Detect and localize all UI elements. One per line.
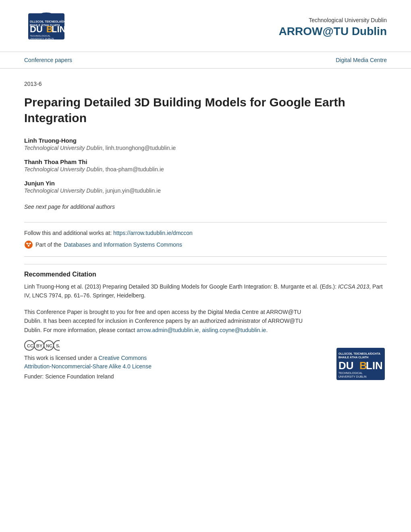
article-title: Preparing Detailed 3D Building Models fo… bbox=[24, 94, 387, 126]
authors-list: Linh Truong-Hong Technological Universit… bbox=[24, 137, 387, 194]
see-next-label: See next page for additional authors bbox=[24, 204, 387, 210]
svg-text:CC: CC bbox=[27, 343, 33, 348]
nav-bar: Conference papers Digital Media Centre bbox=[0, 52, 411, 69]
open-access-text: This Conference Paper is brought to you … bbox=[24, 308, 318, 335]
cc-license-badge: CC BY NC SA bbox=[24, 339, 60, 351]
author-1-email: linh.truonghong@tudublin.ie bbox=[106, 145, 176, 151]
recommended-citation: Linh Truong-Hong et al. (2013) Preparing… bbox=[24, 282, 387, 300]
license-prefix: This work is licensed under a bbox=[24, 355, 98, 361]
institution-logo: DU D OLLSCOIL TEICNEOLAÍOCHTA BHAILE ÁTH… bbox=[24, 11, 73, 44]
footer-area: This Conference Paper is brought to you … bbox=[24, 308, 387, 384]
arrow-brand: ARROW@TU Dublin bbox=[279, 25, 387, 38]
header-right: Technological University Dublin ARROW@TU… bbox=[279, 17, 387, 38]
svg-text:DU: DU bbox=[338, 360, 354, 372]
svg-text:NC: NC bbox=[46, 343, 52, 348]
author-2-name: Thanh Thoa Pham Thi bbox=[24, 158, 387, 165]
follow-url-link[interactable]: https://arrow.tudublin.ie/dmccon bbox=[113, 230, 193, 236]
recommended-heading: Recommended Citation bbox=[24, 271, 387, 278]
svg-text:TECHNOLOGICAL: TECHNOLOGICAL bbox=[30, 35, 51, 37]
svg-text:BHAILE ÁTHA CLIATH: BHAILE ÁTHA CLIATH bbox=[338, 355, 368, 359]
divider-2 bbox=[24, 256, 387, 257]
conference-papers-link[interactable]: Conference papers bbox=[24, 57, 72, 63]
svg-text:BY: BY bbox=[36, 343, 43, 348]
svg-text:UNIVERSITY DUBLIN: UNIVERSITY DUBLIN bbox=[338, 375, 367, 378]
footer-tu-dublin-logo: OLLSCOIL TEICNEOLAÍOCHTA BHAILE ÁTHA CLI… bbox=[334, 346, 387, 382]
divider-1 bbox=[24, 222, 387, 222]
contact-email-1[interactable]: arrow.admin@tudublin.ie, aisling.coyne@t… bbox=[137, 327, 266, 333]
footer-left: This Conference Paper is brought to you … bbox=[24, 308, 318, 384]
follow-section: Follow this and additional works at: htt… bbox=[24, 230, 387, 236]
footer-logo-area: OLLSCOIL TEICNEOLAÍOCHTA BHAILE ÁTHA CLI… bbox=[334, 346, 387, 384]
part-of-link[interactable]: Databases and Information Systems Common… bbox=[64, 241, 182, 248]
svg-text:OLLSCOIL TEICNEOLAÍOCHTA: OLLSCOIL TEICNEOLAÍOCHTA bbox=[338, 352, 380, 355]
cc-license-area: CC BY NC SA bbox=[24, 339, 318, 380]
svg-point-12 bbox=[25, 241, 33, 249]
article-date: 2013-6 bbox=[24, 81, 387, 87]
part-of-text: Part of the bbox=[35, 241, 62, 248]
main-content: 2013-6 Preparing Detailed 3D Building Mo… bbox=[0, 69, 411, 400]
svg-text:DU: DU bbox=[30, 24, 43, 34]
license-text: This work is licensed under a Creative C… bbox=[24, 354, 318, 371]
tu-dublin-logo: DU D OLLSCOIL TEICNEOLAÍOCHTA BHAILE ÁTH… bbox=[24, 11, 73, 44]
citation-text: Linh Truong-Hong et al. (2013) Preparing… bbox=[24, 283, 383, 299]
author-1: Linh Truong-Hong Technological Universit… bbox=[24, 137, 387, 151]
recommended-section: Recommended Citation Linh Truong-Hong et… bbox=[24, 264, 387, 384]
follow-text: Follow this and additional works at: bbox=[24, 230, 113, 236]
institution-name: Technological University Dublin bbox=[279, 17, 387, 23]
author-2-email: thoa-pham@tudublin.ie bbox=[106, 166, 164, 172]
author-3-name: Junjun Yin bbox=[24, 180, 387, 187]
author-2: Thanh Thoa Pham Thi Technological Univer… bbox=[24, 158, 387, 172]
digital-media-centre-link[interactable]: Digital Media Centre bbox=[336, 57, 387, 63]
funder-text: Funder: Science Foundation Ireland bbox=[24, 373, 318, 380]
svg-text:LIN: LIN bbox=[366, 360, 383, 372]
author-2-affiliation: Technological University Dublin, thoa-ph… bbox=[24, 166, 387, 172]
svg-text:TECHNOLOGICAL: TECHNOLOGICAL bbox=[338, 372, 363, 374]
svg-text:UNIVERSITY DUBLIN: UNIVERSITY DUBLIN bbox=[30, 37, 54, 40]
svg-text:OLLSCOIL TEICNEOLAÍOCHTA: OLLSCOIL TEICNEOLAÍOCHTA bbox=[30, 20, 72, 23]
cc-icons: CC BY NC SA bbox=[24, 339, 318, 351]
author-3-email: junjun.yin@tudublin.ie bbox=[106, 187, 161, 194]
part-of-section: Part of the Databases and Information Sy… bbox=[24, 240, 387, 249]
author-3: Junjun Yin Technological University Dubl… bbox=[24, 180, 387, 194]
svg-text:LIN: LIN bbox=[52, 24, 66, 34]
network-icon bbox=[24, 240, 33, 249]
page-header: DU D OLLSCOIL TEICNEOLAÍOCHTA BHAILE ÁTH… bbox=[0, 0, 411, 52]
svg-text:SA: SA bbox=[56, 343, 60, 348]
author-1-affiliation: Technological University Dublin, linh.tr… bbox=[24, 145, 387, 151]
author-3-affiliation: Technological University Dublin, junjun.… bbox=[24, 187, 387, 194]
author-1-name: Linh Truong-Hong bbox=[24, 137, 387, 144]
